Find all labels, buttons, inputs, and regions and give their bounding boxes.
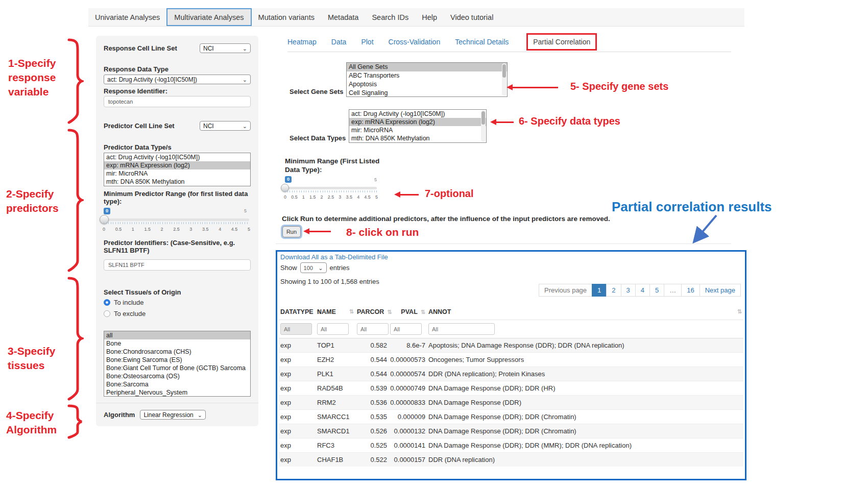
response-data-type-select[interactable]: act: Drug Activity (-log10[IC50M]) ⌄ xyxy=(104,75,251,84)
brace-annotation-4 xyxy=(67,404,84,439)
page-button-16[interactable]: 16 xyxy=(681,284,700,297)
table-row[interactable]: expRAD54B 0.5390.00000749 DNA Damage Res… xyxy=(279,381,743,396)
table-row[interactable]: expTOP1 0.5828.6e-7 Apoptosis; DNA Damag… xyxy=(279,338,743,353)
sort-icon[interactable]: ⇅ xyxy=(349,308,354,315)
brace-annotation-3 xyxy=(67,277,84,401)
slider-value-badge: 0 xyxy=(285,176,292,183)
list-item[interactable]: mir: MicroRNA xyxy=(349,126,486,134)
list-item[interactable]: Bone xyxy=(104,339,250,348)
arrow-data-types xyxy=(493,121,514,123)
column-header-annot[interactable]: ANNOT⇅ xyxy=(427,304,743,320)
filter-name-input[interactable] xyxy=(317,323,349,335)
analysis-tabbar: Heatmap Data Plot Cross-Validation Techn… xyxy=(287,32,731,52)
list-item[interactable]: Bone:Giant Cell Tumor of Bone (GCTB) Sar… xyxy=(104,364,250,372)
tab-cross-validation[interactable]: Cross-Validation xyxy=(389,38,441,46)
page-button-3[interactable]: 3 xyxy=(621,284,636,297)
scrollbar-thumb[interactable] xyxy=(502,64,506,78)
nav-mutation-variants[interactable]: Mutation variants xyxy=(252,8,321,26)
filter-pval-input[interactable] xyxy=(390,323,422,335)
section-divider xyxy=(276,243,731,244)
table-row[interactable]: expEZH2 0.5440.00000573 Oncogenes; Tumor… xyxy=(279,353,743,367)
list-item[interactable]: exp: mRNA Expression (log2) xyxy=(104,161,250,169)
predictor-cell-line-set-select[interactable]: NCI ⌄ xyxy=(200,121,251,131)
previous-page-button[interactable]: Previous page xyxy=(539,284,592,297)
tab-plot[interactable]: Plot xyxy=(361,38,373,46)
slider-max-label: 5 xyxy=(374,177,377,182)
list-item[interactable]: act: Drug Activity (-log10[IC50M]) xyxy=(104,153,250,161)
table-row[interactable]: expSMARCC1 0.5350.000009 DNA Damage Resp… xyxy=(279,410,743,424)
list-item[interactable]: exp: mRNA Expression (log2) xyxy=(349,118,486,126)
run-button[interactable]: Run xyxy=(282,226,301,237)
sort-icon[interactable]: ⇅ xyxy=(737,308,742,315)
list-item[interactable]: Bone:Chondrosarcoma (CHS) xyxy=(104,348,250,356)
response-identifier-input[interactable] xyxy=(104,96,251,107)
response-identifier-label: Response Identifier: xyxy=(104,87,167,95)
list-item[interactable]: Apoptosis xyxy=(347,80,507,89)
algorithm-select[interactable]: Linear Regression ⌄ xyxy=(140,410,206,420)
scrollbar[interactable] xyxy=(502,63,507,96)
gene-sets-label: Select Gene Sets xyxy=(290,88,344,95)
table-row[interactable]: expRRM2 0.5360.00000833 DNA Damage Respo… xyxy=(279,396,743,410)
response-data-type-value: act: Drug Activity (-log10[IC50M]) xyxy=(107,76,197,83)
list-item[interactable]: act: Drug Activity (-log10[IC50M]) xyxy=(349,110,486,118)
nav-help[interactable]: Help xyxy=(415,8,444,26)
min-range-slider[interactable] xyxy=(285,187,377,189)
page-button-2[interactable]: 2 xyxy=(606,284,621,297)
scrollbar[interactable] xyxy=(481,110,486,142)
radio-to-exclude[interactable]: To exclude xyxy=(104,310,146,318)
page-button-1[interactable]: 1 xyxy=(592,284,607,297)
table-row[interactable]: expPLK1 0.5440.00000574 DDR (DNA replica… xyxy=(279,367,743,381)
radio-to-include[interactable]: To include xyxy=(104,299,144,306)
slider-tick-labels: 00.51 1.522.5 33.54 4.55 xyxy=(103,227,250,232)
list-item[interactable]: mir: MicroRNA xyxy=(104,169,250,178)
radio-label: To include xyxy=(114,299,144,306)
list-item[interactable]: Peripheral_Nervous_System xyxy=(104,388,250,397)
list-item[interactable]: Bone:Ewing Sarcoma (ES) xyxy=(104,356,250,364)
download-link[interactable]: Download All as a Tab-Delimited File xyxy=(280,253,388,261)
table-row[interactable]: expCHAF1B 0.5220.0000157 DDR (DNA replic… xyxy=(279,453,743,467)
chevron-down-icon: ⌄ xyxy=(243,77,247,82)
table-row[interactable]: expSMARCD1 0.5260.0000132 DNA Damage Res… xyxy=(279,424,743,438)
min-range-label-line2: Data Type): xyxy=(285,166,322,174)
tab-partial-correlation[interactable]: Partial Correlation xyxy=(526,33,597,51)
list-item[interactable]: Cell Signaling xyxy=(347,89,507,97)
filter-annot-input[interactable] xyxy=(428,323,495,335)
list-item[interactable]: all xyxy=(104,331,250,339)
column-header-datatype[interactable]: DATATYPE⇅ xyxy=(279,304,316,320)
list-item[interactable]: Bone:Osteosarcoma (OS) xyxy=(104,372,250,380)
radio-icon xyxy=(104,310,110,317)
nav-univariate-analyses[interactable]: Univariate Analyses xyxy=(88,8,166,26)
table-row[interactable]: expRFC3 0.5250.0000141 DNA Damage Respon… xyxy=(279,438,743,453)
list-item[interactable]: All Gene Sets xyxy=(347,63,507,71)
sort-icon[interactable]: ⇅ xyxy=(421,309,425,315)
annotation-specify-tissues: 3-Specify tissues xyxy=(8,344,55,373)
filter-datatype-input[interactable] xyxy=(280,323,312,335)
response-cell-line-set-value: NCI xyxy=(203,45,214,52)
entries-select[interactable]: 100 ⌄ xyxy=(300,262,327,273)
page-button-5[interactable]: 5 xyxy=(649,284,664,297)
tab-heatmap[interactable]: Heatmap xyxy=(287,38,317,46)
nav-multivariate-analyses[interactable]: Multivariate Analyses xyxy=(166,8,251,26)
nav-search-ids[interactable]: Search IDs xyxy=(365,8,415,26)
next-page-button[interactable]: Next page xyxy=(700,284,741,297)
tab-technical-details[interactable]: Technical Details xyxy=(455,38,509,46)
sort-icon[interactable]: ⇅ xyxy=(387,309,392,315)
filter-parcor-input[interactable] xyxy=(357,323,389,335)
nav-metadata[interactable]: Metadata xyxy=(321,8,365,26)
response-cell-line-set-select[interactable]: NCI ⌄ xyxy=(200,43,251,53)
min-predictor-range-slider[interactable] xyxy=(104,218,249,221)
list-item[interactable]: mth: DNA 850K Methylation xyxy=(349,134,486,142)
predictor-identifiers-input[interactable] xyxy=(104,259,251,271)
tissues-label: Select Tissue/s of Origin xyxy=(104,288,181,296)
column-header-parcor[interactable]: PARCOR⇅ xyxy=(355,304,389,320)
column-header-pval[interactable]: PVAL⇅ xyxy=(389,304,427,320)
scrollbar-thumb[interactable] xyxy=(481,111,485,125)
column-header-name[interactable]: NAME⇅ xyxy=(316,304,355,320)
list-item[interactable]: mth: DNA 850K Methylation xyxy=(104,178,250,186)
list-item[interactable]: ABC Transporters xyxy=(347,71,507,80)
page-button-4[interactable]: 4 xyxy=(635,284,650,297)
nav-video-tutorial[interactable]: Video tutorial xyxy=(444,8,500,26)
tab-data[interactable]: Data xyxy=(331,38,347,46)
slider-tick-labels: 00.51 1.522.5 33.54 4.55 xyxy=(284,194,378,200)
list-item[interactable]: Bone:Sarcoma xyxy=(104,380,250,388)
